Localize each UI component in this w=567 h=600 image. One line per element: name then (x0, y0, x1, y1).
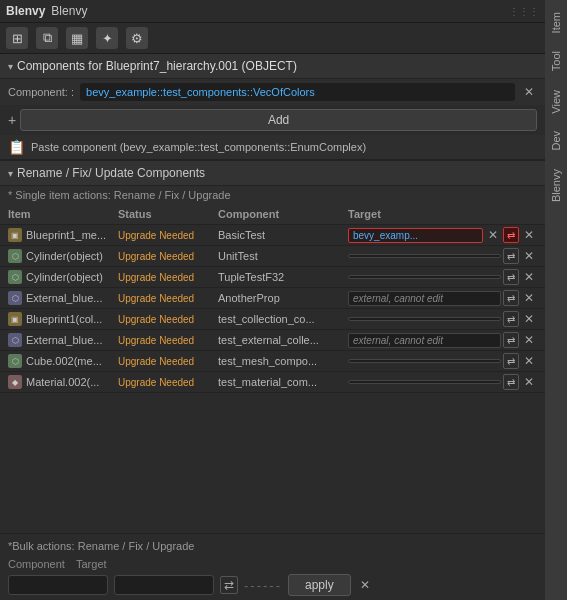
table-row: ⬡ External_blue... Upgrade Needed Anothe… (0, 288, 545, 309)
status-4: Upgrade Needed (118, 314, 194, 325)
target-cell-7: ⇄ ✕ (348, 374, 537, 390)
cell-item-5: ⬡ External_blue... (8, 333, 118, 347)
toolbar-icon-grid[interactable]: ▦ (66, 27, 88, 49)
cell-status-7: Upgrade Needed (118, 377, 218, 388)
row-delete-1[interactable]: ✕ (521, 248, 537, 264)
row-delete-5[interactable]: ✕ (521, 332, 537, 348)
row-delete-4[interactable]: ✕ (521, 311, 537, 327)
bulk-section: *Bulk actions: Rename / Fix / Upgrade Co… (0, 533, 545, 600)
bulk-clear-button[interactable]: ✕ (357, 577, 373, 593)
component-clear-button[interactable]: ✕ (521, 84, 537, 100)
tab-dev[interactable]: Dev (547, 123, 565, 159)
add-row: + Add (0, 105, 545, 135)
target-link-0[interactable]: ⇄ (503, 227, 519, 243)
row-delete-0[interactable]: ✕ (521, 227, 537, 243)
target-input-6[interactable] (348, 359, 501, 363)
target-link-1[interactable]: ⇄ (503, 248, 519, 264)
target-link-5[interactable]: ⇄ (503, 332, 519, 348)
target-input-1[interactable] (348, 254, 501, 258)
bulk-row: ⇄ ------ apply ✕ (8, 574, 537, 596)
row-delete-7[interactable]: ✕ (521, 374, 537, 390)
cell-status-2: Upgrade Needed (118, 272, 218, 283)
target-input-2[interactable] (348, 275, 501, 279)
cell-component-2: TupleTestF32 (218, 271, 348, 283)
toolbar-icon-copy[interactable]: ⧉ (36, 27, 58, 49)
row-delete-2[interactable]: ✕ (521, 269, 537, 285)
table-header: Item Status Component Target (0, 204, 545, 225)
table-container: ▣ Blueprint1_me... Upgrade Needed BasicT… (0, 225, 545, 533)
target-clear-0[interactable]: ✕ (485, 227, 501, 243)
col-target: Target (348, 208, 537, 220)
target-cell-5: external, cannot edit ⇄ ✕ (348, 332, 537, 348)
cell-item-0: ▣ Blueprint1_me... (8, 228, 118, 242)
table-row: ⬡ External_blue... Upgrade Needed test_e… (0, 330, 545, 351)
target-link-7[interactable]: ⇄ (503, 374, 519, 390)
rename-collapse-arrow[interactable]: ▾ (8, 168, 13, 179)
tab-item[interactable]: Item (547, 4, 565, 41)
cell-item-7: ◆ Material.002(... (8, 375, 118, 389)
item-name-0: Blueprint1_me... (26, 229, 106, 241)
status-7: Upgrade Needed (118, 377, 194, 388)
toolbar-icon-star[interactable]: ✦ (96, 27, 118, 49)
cell-component-7: test_material_com... (218, 376, 348, 388)
cell-item-4: ▣ Blueprint1(col... (8, 312, 118, 326)
cell-component-1: UnitTest (218, 250, 348, 262)
top-bar: Blenvy Blenvy ⋮⋮⋮ (0, 0, 545, 23)
cell-item-1: ⬡ Cylinder(object) (8, 249, 118, 263)
bulk-arrow-icon[interactable]: ⇄ (220, 576, 238, 594)
target-link-3[interactable]: ⇄ (503, 290, 519, 306)
apply-button[interactable]: apply (288, 574, 351, 596)
add-button[interactable]: Add (20, 109, 537, 131)
toolbar-icon-settings[interactable]: ⚙ (126, 27, 148, 49)
bulk-title: *Bulk actions: Rename / Fix / Upgrade (8, 540, 537, 552)
bulk-component-label: Component (8, 558, 68, 570)
table-row: ▣ Blueprint1(col... Upgrade Needed test_… (0, 309, 545, 330)
target-cell-3: external, cannot edit ⇄ ✕ (348, 290, 537, 306)
cell-item-3: ⬡ External_blue... (8, 291, 118, 305)
target-input-7[interactable] (348, 380, 501, 384)
app-name: Blenvy (51, 4, 87, 18)
target-input-0[interactable]: bevy_examp... (348, 228, 483, 243)
cell-item-6: ⬡ Cube.002(me... (8, 354, 118, 368)
tab-view[interactable]: View (547, 82, 565, 122)
row-delete-3[interactable]: ✕ (521, 290, 537, 306)
tab-tool[interactable]: Tool (547, 43, 565, 79)
toolbar: ⊞ ⧉ ▦ ✦ ⚙ (0, 23, 545, 54)
main-panel: Blenvy Blenvy ⋮⋮⋮ ⊞ ⧉ ▦ ✦ ⚙ ▾ Components… (0, 0, 545, 600)
cell-item-2: ⬡ Cylinder(object) (8, 270, 118, 284)
cell-component-5: test_external_colle... (218, 334, 348, 346)
paste-text[interactable]: Paste component (bevy_example::test_comp… (31, 141, 366, 153)
item-icon-7: ◆ (8, 375, 22, 389)
target-cell-6: ⇄ ✕ (348, 353, 537, 369)
components-section-header: ▾ Components for Blueprint7_hierarchy.00… (0, 54, 545, 79)
toolbar-icon-scene[interactable]: ⊞ (6, 27, 28, 49)
col-status: Status (118, 208, 218, 220)
item-icon-2: ⬡ (8, 270, 22, 284)
component-value[interactable]: bevy_example::test_components::VecOfColo… (80, 83, 515, 101)
target-link-4[interactable]: ⇄ (503, 311, 519, 327)
target-input-4[interactable] (348, 317, 501, 321)
cell-component-6: test_mesh_compo... (218, 355, 348, 367)
target-link-2[interactable]: ⇄ (503, 269, 519, 285)
tab-blenvy[interactable]: Blenvy (547, 161, 565, 210)
row-delete-6[interactable]: ✕ (521, 353, 537, 369)
paste-row: 📋 Paste component (bevy_example::test_co… (0, 135, 545, 159)
status-6: Upgrade Needed (118, 356, 194, 367)
table-row: ⬡ Cylinder(object) Upgrade Needed UnitTe… (0, 246, 545, 267)
bulk-target-input[interactable] (114, 575, 214, 595)
col-item: Item (8, 208, 118, 220)
item-icon-4: ▣ (8, 312, 22, 326)
cell-component-3: AnotherProp (218, 292, 348, 304)
target-cell-1: ⇄ ✕ (348, 248, 537, 264)
cell-status-4: Upgrade Needed (118, 314, 218, 325)
table-row: ◆ Material.002(... Upgrade Needed test_m… (0, 372, 545, 393)
bulk-component-input[interactable] (8, 575, 108, 595)
target-cell-0: bevy_examp... ✕ ⇄ ✕ (348, 227, 537, 243)
status-5: Upgrade Needed (118, 335, 194, 346)
collapse-arrow[interactable]: ▾ (8, 61, 13, 72)
cell-status-5: Upgrade Needed (118, 335, 218, 346)
table-row: ⬡ Cube.002(me... Upgrade Needed test_mes… (0, 351, 545, 372)
plus-icon: + (8, 112, 16, 128)
target-link-6[interactable]: ⇄ (503, 353, 519, 369)
rename-subtitle: * Single item actions: Rename / Fix / Up… (0, 186, 545, 204)
